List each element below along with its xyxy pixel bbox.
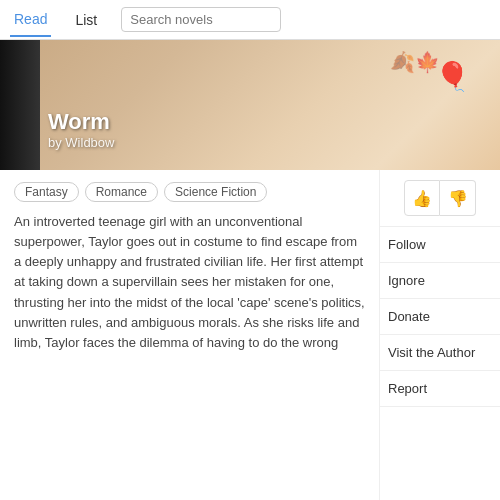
thumbs-up-icon: 👍	[412, 189, 432, 208]
tab-read[interactable]: Read	[10, 3, 51, 37]
tag-fantasy[interactable]: Fantasy	[14, 182, 79, 202]
search-input[interactable]	[121, 7, 281, 32]
sidebar: 👍 👎 Follow Ignore Donate Visit the Autho…	[380, 170, 500, 500]
follow-button[interactable]: Follow	[380, 227, 500, 263]
description-block: An introverted teenage girl with an unco…	[14, 212, 365, 357]
book-title: Worm	[48, 109, 114, 135]
tag-science-fiction[interactable]: Science Fiction	[164, 182, 267, 202]
like-button[interactable]: 👍	[404, 180, 440, 216]
description-paragraph-1: An introverted teenage girl with an unco…	[14, 212, 365, 357]
hero-banner: 🍂🍁 🎈 Worm by Wildbow	[0, 40, 500, 170]
header: Read List	[0, 0, 500, 40]
thumbs-down-icon: 👎	[448, 189, 468, 208]
tab-list[interactable]: List	[71, 4, 101, 36]
donate-button[interactable]: Donate	[380, 299, 500, 335]
hero-title-area: Worm by Wildbow	[48, 109, 114, 150]
tag-romance[interactable]: Romance	[85, 182, 158, 202]
visit-author-button[interactable]: Visit the Author	[380, 335, 500, 371]
report-button[interactable]: Report	[380, 371, 500, 407]
deco-leaves: 🍂🍁	[390, 50, 440, 74]
content-wrapper: Fantasy Romance Science Fiction An intro…	[0, 170, 500, 500]
dislike-button[interactable]: 👎	[440, 180, 476, 216]
tags-container: Fantasy Romance Science Fiction	[14, 182, 365, 202]
main-content: Fantasy Romance Science Fiction An intro…	[0, 170, 380, 500]
book-author: by Wildbow	[48, 135, 114, 150]
reaction-icons: 👍 👎	[380, 170, 500, 227]
book-cover	[0, 40, 40, 170]
deco-balloon: 🎈	[435, 60, 470, 93]
ignore-button[interactable]: Ignore	[380, 263, 500, 299]
